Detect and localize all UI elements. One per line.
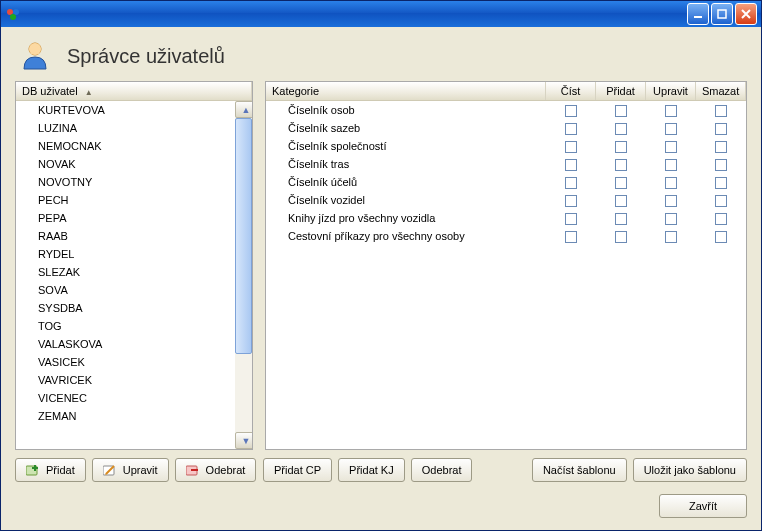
permission-edit-cell xyxy=(646,101,696,119)
permission-read-checkbox[interactable] xyxy=(565,105,577,117)
permission-edit-cell xyxy=(646,191,696,209)
user-toolbar: Přidat Upravit Odebrat xyxy=(15,458,251,482)
permission-delete-checkbox[interactable] xyxy=(715,123,727,135)
users-icon xyxy=(19,39,51,73)
edit-user-button[interactable]: Upravit xyxy=(92,458,169,482)
permission-add-checkbox[interactable] xyxy=(615,213,627,225)
permission-read-cell xyxy=(546,191,596,209)
user-list-header[interactable]: DB uživatel ▲ xyxy=(16,82,252,101)
user-row[interactable]: VAVRICEK xyxy=(16,371,235,389)
permission-edit-cell xyxy=(646,209,696,227)
user-row[interactable]: TOG xyxy=(16,317,235,335)
svg-point-1 xyxy=(13,9,19,15)
save-template-button[interactable]: Uložit jako šablonu xyxy=(633,458,747,482)
user-row[interactable]: VASICEK xyxy=(16,353,235,371)
permission-row: Číselník společností xyxy=(266,137,746,155)
close-dialog-button[interactable]: Zavřít xyxy=(659,494,747,518)
user-row[interactable]: SOVA xyxy=(16,281,235,299)
user-row[interactable]: RAAB xyxy=(16,227,235,245)
permission-delete-checkbox[interactable] xyxy=(715,231,727,243)
scroll-thumb[interactable] xyxy=(235,118,252,354)
permission-add-checkbox[interactable] xyxy=(615,177,627,189)
load-template-button[interactable]: Načíst šablonu xyxy=(532,458,627,482)
user-row[interactable]: NOVAK xyxy=(16,155,235,173)
permission-edit-checkbox[interactable] xyxy=(665,159,677,171)
remove-user-button[interactable]: Odebrat xyxy=(175,458,257,482)
user-row[interactable]: VALASKOVA xyxy=(16,335,235,353)
permission-add-checkbox[interactable] xyxy=(615,105,627,117)
permission-row: Číselník tras xyxy=(266,155,746,173)
scroll-up-button[interactable]: ▲ xyxy=(235,101,252,118)
permission-read-checkbox[interactable] xyxy=(565,141,577,153)
permission-row: Číselník osob xyxy=(266,101,746,119)
permission-read-checkbox[interactable] xyxy=(565,195,577,207)
permission-row: Knihy jízd pro všechny vozidla xyxy=(266,209,746,227)
user-row[interactable]: KURTEVOVA xyxy=(16,101,235,119)
permission-edit-checkbox[interactable] xyxy=(665,213,677,225)
user-column-header[interactable]: DB uživatel ▲ xyxy=(16,82,252,100)
permission-add-cell xyxy=(596,209,646,227)
col-delete[interactable]: Smazat xyxy=(696,82,746,100)
permission-category-label: Cestovní příkazy pro všechny osoby xyxy=(266,227,546,245)
user-row[interactable]: PEPA xyxy=(16,209,235,227)
permission-delete-checkbox[interactable] xyxy=(715,177,727,189)
permission-read-checkbox[interactable] xyxy=(565,159,577,171)
user-row[interactable]: SLEZAK xyxy=(16,263,235,281)
permission-read-checkbox[interactable] xyxy=(565,231,577,243)
col-add[interactable]: Přidat xyxy=(596,82,646,100)
permission-edit-checkbox[interactable] xyxy=(665,105,677,117)
permission-add-checkbox[interactable] xyxy=(615,141,627,153)
permission-delete-checkbox[interactable] xyxy=(715,195,727,207)
permission-category-label: Číselník tras xyxy=(266,155,546,173)
page-header: Správce uživatelů xyxy=(1,27,761,81)
col-edit[interactable]: Upravit xyxy=(646,82,696,100)
user-list-scrollbar[interactable]: ▲ ▼ xyxy=(235,101,252,449)
add-cp-button[interactable]: Přidat CP xyxy=(263,458,332,482)
add-user-button[interactable]: Přidat xyxy=(15,458,86,482)
user-row[interactable]: NEMOCNAK xyxy=(16,137,235,155)
permission-add-checkbox[interactable] xyxy=(615,231,627,243)
permission-read-checkbox[interactable] xyxy=(565,177,577,189)
permission-edit-checkbox[interactable] xyxy=(665,177,677,189)
user-row[interactable]: NOVOTNY xyxy=(16,173,235,191)
permission-read-checkbox[interactable] xyxy=(565,123,577,135)
user-row[interactable]: SYSDBA xyxy=(16,299,235,317)
permission-edit-checkbox[interactable] xyxy=(665,195,677,207)
permission-edit-checkbox[interactable] xyxy=(665,123,677,135)
col-category[interactable]: Kategorie xyxy=(266,82,546,100)
permission-delete-cell xyxy=(696,191,746,209)
scroll-track[interactable] xyxy=(235,118,252,432)
maximize-button[interactable] xyxy=(711,3,733,25)
user-row[interactable]: ZEMAN xyxy=(16,407,235,425)
user-row[interactable]: PECH xyxy=(16,191,235,209)
scroll-down-button[interactable]: ▼ xyxy=(235,432,252,449)
col-read[interactable]: Číst xyxy=(546,82,596,100)
close-button[interactable] xyxy=(735,3,757,25)
user-row[interactable]: LUZINA xyxy=(16,119,235,137)
permission-delete-checkbox[interactable] xyxy=(715,105,727,117)
permission-read-checkbox[interactable] xyxy=(565,213,577,225)
permission-add-cell xyxy=(596,155,646,173)
permission-delete-checkbox[interactable] xyxy=(715,159,727,171)
permission-edit-checkbox[interactable] xyxy=(665,141,677,153)
client-area: Správce uživatelů DB uživatel ▲ KURTEVOV… xyxy=(1,27,761,530)
minimize-button[interactable] xyxy=(687,3,709,25)
titlebar xyxy=(1,1,761,27)
permission-rows-container: Číselník osobČíselník sazebČíselník spol… xyxy=(266,101,746,449)
permission-delete-checkbox[interactable] xyxy=(715,141,727,153)
edit-icon xyxy=(103,463,117,477)
permission-row: Číselník sazeb xyxy=(266,119,746,137)
permission-add-checkbox[interactable] xyxy=(615,159,627,171)
permission-delete-cell xyxy=(696,119,746,137)
add-user-label: Přidat xyxy=(46,464,75,476)
user-row[interactable]: VICENEC xyxy=(16,389,235,407)
permission-add-checkbox[interactable] xyxy=(615,195,627,207)
permission-add-checkbox[interactable] xyxy=(615,123,627,135)
permission-delete-checkbox[interactable] xyxy=(715,213,727,225)
permission-row: Číselník účelů xyxy=(266,173,746,191)
svg-point-6 xyxy=(29,43,41,55)
add-kj-button[interactable]: Přidat KJ xyxy=(338,458,405,482)
user-row[interactable]: RYDEL xyxy=(16,245,235,263)
permission-edit-checkbox[interactable] xyxy=(665,231,677,243)
remove-perm-button[interactable]: Odebrat xyxy=(411,458,473,482)
